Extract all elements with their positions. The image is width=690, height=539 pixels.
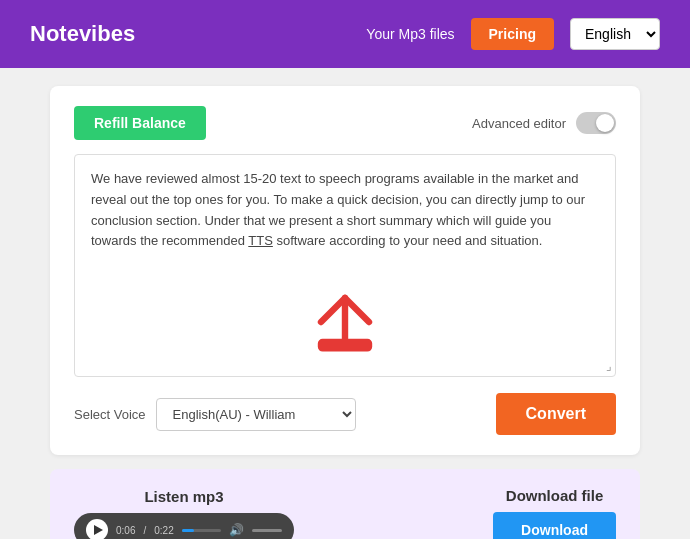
volume-bar[interactable] (252, 529, 282, 532)
text-input-area[interactable]: We have reviewed almost 15-20 text to sp… (74, 154, 616, 377)
language-select[interactable]: English (570, 18, 660, 50)
voice-select-group: Select Voice English(AU) - William (74, 398, 356, 431)
upload-icon-area (75, 266, 615, 376)
refill-balance-button[interactable]: Refill Balance (74, 106, 206, 140)
progress-bar[interactable] (182, 529, 221, 532)
header: Notevibes Your Mp3 files Pricing English (0, 0, 690, 68)
resize-handle: ⌟ (606, 359, 612, 373)
listen-section: Listen mp3 0:06 / 0:22 🔊 (74, 488, 294, 539)
download-button[interactable]: Download (493, 512, 616, 539)
main-content: Refill Balance Advanced editor We have r… (0, 68, 690, 539)
voice-select-input[interactable]: English(AU) - William (156, 398, 356, 431)
tts-highlight: TTS (248, 233, 273, 248)
voice-label: Select Voice (74, 407, 146, 422)
advanced-editor-label: Advanced editor (472, 116, 566, 131)
voice-row: Select Voice English(AU) - William Conve… (74, 393, 616, 435)
download-file-title: Download file (506, 487, 604, 504)
header-right: Your Mp3 files Pricing English (366, 18, 660, 50)
listen-title: Listen mp3 (144, 488, 223, 505)
play-button[interactable] (86, 519, 108, 539)
advanced-editor-toggle: Advanced editor (472, 112, 616, 134)
media-card: Listen mp3 0:06 / 0:22 🔊 Download file D… (50, 469, 640, 539)
time-total: 0:22 (154, 525, 173, 536)
audio-player[interactable]: 0:06 / 0:22 🔊 (74, 513, 294, 539)
top-bar: Refill Balance Advanced editor (74, 106, 616, 140)
upload-arrow-icon (305, 286, 385, 366)
svg-rect-0 (321, 342, 369, 348)
editor-card: Refill Balance Advanced editor We have r… (50, 86, 640, 455)
convert-button[interactable]: Convert (496, 393, 616, 435)
time-separator: / (143, 525, 146, 536)
logo: Notevibes (30, 21, 135, 47)
mp3-files-link[interactable]: Your Mp3 files (366, 26, 454, 42)
time-current: 0:06 (116, 525, 135, 536)
play-icon (94, 525, 103, 535)
progress-fill (182, 529, 194, 532)
download-section: Download file Download (493, 487, 616, 539)
textarea-text: We have reviewed almost 15-20 text to sp… (75, 155, 615, 266)
pricing-button[interactable]: Pricing (471, 18, 554, 50)
advanced-editor-switch[interactable] (576, 112, 616, 134)
volume-icon: 🔊 (229, 523, 244, 537)
